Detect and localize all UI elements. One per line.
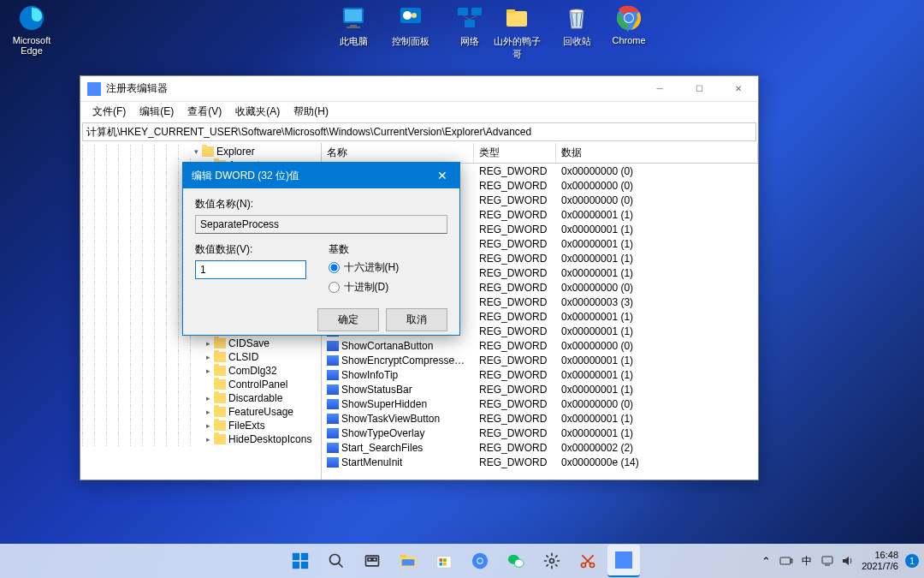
notification-badge[interactable]: 1 (905, 554, 919, 568)
svg-point-7 (412, 13, 417, 18)
tray-volume-icon[interactable] (841, 554, 855, 568)
ok-button[interactable]: 确定 (317, 308, 379, 331)
chrome-button[interactable] (464, 545, 496, 577)
svg-rect-35 (443, 563, 447, 566)
task-view-button[interactable] (356, 545, 388, 577)
desktop-icon-network[interactable]: 网络 (444, 4, 495, 48)
svg-rect-20 (301, 553, 308, 560)
store-button[interactable] (428, 545, 460, 577)
desktop-icon-chrome[interactable]: Chrome (603, 4, 654, 45)
tree-item[interactable]: ▾Explorer (82, 145, 319, 158)
tree-item[interactable]: ▸FileExts (82, 419, 319, 432)
clock[interactable]: 16:48 2021/7/6 (862, 550, 898, 572)
list-row[interactable]: ShowStatusBarREG_DWORD0x00000001 (1) (322, 382, 758, 396)
svg-rect-33 (443, 558, 447, 562)
regedit-taskbar-button[interactable] (607, 545, 640, 577)
wechat-button[interactable] (500, 545, 532, 577)
dialog-close-button[interactable]: ✕ (425, 163, 459, 188)
desktop-icon-edge[interactable]: Microsoft Edge (6, 4, 57, 56)
svg-point-23 (330, 555, 341, 565)
svg-rect-10 (465, 20, 475, 27)
minimize-button[interactable]: ─ (640, 76, 679, 102)
svg-rect-19 (293, 553, 299, 560)
taskbar: ⌃ 中 16:48 2021/7/6 1 (0, 544, 924, 578)
radio-dec[interactable]: 十进制(D) (329, 280, 448, 295)
col-type-header[interactable]: 类型 (474, 143, 556, 163)
svg-point-6 (403, 11, 412, 20)
value-data-label: 数值数据(V): (195, 242, 315, 257)
menubar: 文件(F)编辑(E)查看(V)收藏夹(A)帮助(H) (80, 102, 758, 121)
value-data-input[interactable] (195, 260, 306, 279)
svg-point-18 (625, 14, 633, 22)
svg-rect-29 (400, 555, 406, 558)
regedit-icon (87, 82, 101, 96)
clock-date: 2021/7/6 (862, 561, 898, 572)
tree-item[interactable]: ▸HideDesktopIcons (82, 432, 319, 446)
tree-item[interactable]: ▸ComDlg32 (82, 364, 319, 378)
settings-button[interactable] (536, 545, 568, 577)
list-row[interactable]: ShowInfoTipREG_DWORD0x00000001 (1) (322, 367, 758, 382)
snip-button[interactable] (572, 545, 604, 577)
search-button[interactable] (320, 545, 352, 577)
desktop-icon-yazi[interactable]: 山外的鸭子哥 (491, 4, 542, 61)
tray-chevron-icon[interactable]: ⌃ (759, 554, 773, 568)
svg-rect-31 (437, 557, 452, 569)
svg-rect-13 (506, 11, 527, 27)
svg-point-38 (477, 558, 483, 563)
list-row[interactable]: ShowTaskViewButtonREG_DWORD0x00000001 (1… (322, 411, 758, 426)
col-name-header[interactable]: 名称 (322, 143, 474, 163)
maximize-button[interactable]: ☐ (679, 76, 719, 102)
cancel-button[interactable]: 取消 (386, 308, 447, 331)
col-data-header[interactable]: 数据 (556, 143, 758, 163)
menu-item[interactable]: 文件(F) (86, 102, 133, 122)
svg-rect-44 (780, 557, 791, 564)
tray-network-icon[interactable] (820, 554, 834, 568)
svg-rect-32 (440, 558, 443, 562)
list-header: 名称 类型 数据 (322, 143, 758, 164)
svg-rect-8 (458, 8, 468, 15)
dialog-title: 编辑 DWORD (32 位)值 (192, 169, 425, 183)
close-button[interactable]: ✕ (719, 76, 758, 102)
svg-rect-34 (440, 563, 443, 566)
svg-rect-22 (301, 562, 308, 569)
dialog-titlebar[interactable]: 编辑 DWORD (32 位)值 ✕ (183, 163, 459, 188)
list-row[interactable]: StartMenuInitREG_DWORD0x0000000e (14) (322, 455, 758, 469)
menu-item[interactable]: 收藏夹(A) (228, 102, 287, 122)
radio-hex[interactable]: 十六进制(H) (329, 260, 448, 275)
svg-line-12 (470, 15, 477, 20)
desktop-icon-control-panel[interactable]: 控制面板 (385, 4, 436, 48)
svg-rect-14 (506, 9, 515, 13)
tree-item[interactable]: ControlPanel (82, 378, 319, 391)
edit-dword-dialog: 编辑 DWORD (32 位)值 ✕ 数值名称(N): 数值数据(V): 基数 … (182, 162, 460, 336)
tree-item[interactable]: ▸CLSID (82, 350, 319, 364)
desktop-icon-recycle-bin[interactable]: 回收站 (551, 4, 602, 48)
list-row[interactable]: ShowTypeOverlayREG_DWORD0x00000001 (1) (322, 426, 758, 440)
address-bar[interactable] (82, 122, 756, 141)
value-name-input[interactable] (195, 215, 447, 234)
menu-item[interactable]: 查看(V) (181, 102, 228, 122)
tree-item[interactable]: ▸Discardable (82, 391, 319, 405)
svg-point-15 (570, 9, 583, 13)
desktop-icon-this-pc[interactable]: 此电脑 (328, 4, 379, 48)
titlebar[interactable]: 注册表编辑器 ─ ☐ ✕ (80, 76, 758, 102)
clock-time: 16:48 (862, 550, 898, 561)
svg-rect-30 (402, 559, 415, 565)
menu-item[interactable]: 帮助(H) (287, 102, 335, 122)
list-row[interactable]: ShowSuperHiddenREG_DWORD0x00000000 (0) (322, 396, 758, 411)
menu-item[interactable]: 编辑(E) (133, 102, 181, 122)
explorer-button[interactable] (392, 545, 424, 577)
ime-indicator[interactable]: 中 (800, 554, 814, 568)
tree-item[interactable]: ▸FeatureUsage (82, 405, 319, 419)
svg-rect-27 (373, 558, 376, 561)
list-row[interactable]: ShowEncryptCompressedColorREG_DWORD0x000… (322, 353, 758, 367)
tray-battery-icon[interactable] (779, 554, 793, 568)
list-row[interactable]: Start_SearchFilesREG_DWORD0x00000002 (2) (322, 440, 758, 455)
svg-rect-21 (293, 562, 299, 569)
svg-rect-46 (822, 557, 832, 563)
svg-rect-26 (368, 558, 371, 561)
list-row[interactable]: ShowCortanaButtonREG_DWORD0x00000000 (0) (322, 338, 758, 353)
svg-line-24 (339, 563, 343, 568)
svg-rect-9 (471, 8, 482, 15)
svg-rect-2 (345, 9, 362, 21)
start-button[interactable] (284, 545, 317, 577)
